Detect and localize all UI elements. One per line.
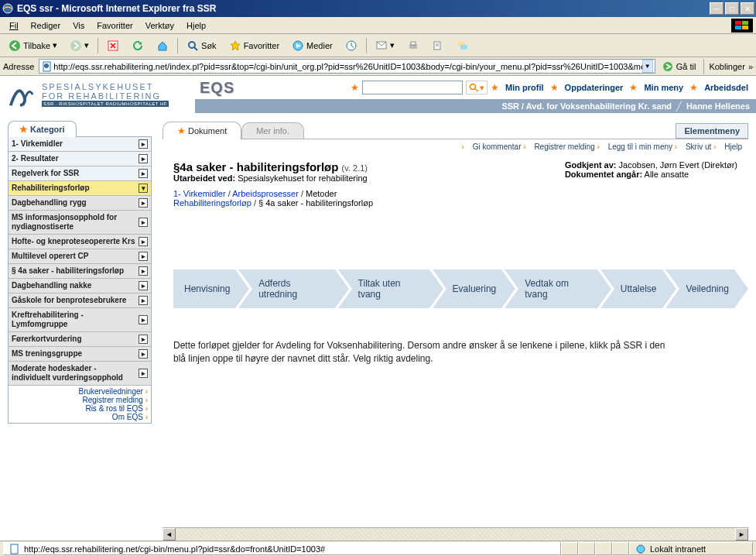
- menu-fil[interactable]: Fil: [3, 19, 25, 32]
- koblinger-label[interactable]: Koblinger: [709, 62, 744, 71]
- address-label: Adresse: [3, 62, 36, 71]
- maximize-button[interactable]: □: [725, 2, 739, 15]
- crumb-rehab[interactable]: Rehabiliteringsforløp: [173, 198, 251, 208]
- go-button[interactable]: Gå til: [659, 59, 700, 74]
- addressbar: Adresse ▼ Gå til Koblinger »: [0, 57, 756, 76]
- history-button[interactable]: [340, 36, 363, 55]
- doc-title: §4a saker - habiliteringsforløp (v. 2.1): [173, 160, 368, 173]
- edit-button[interactable]: [426, 36, 450, 55]
- page-icon: [9, 543, 21, 555]
- menu-verktoy[interactable]: Verktøy: [139, 19, 180, 32]
- crumb-current: § 4a saker - habiliteringsforløp: [258, 198, 373, 208]
- sidebar-link[interactable]: Ris & ros til EQS ›: [12, 404, 148, 413]
- flow-step[interactable]: Vedtak om tvang: [505, 269, 597, 308]
- sidebar-item[interactable]: Rehabiliteringsforløp▾: [9, 181, 151, 196]
- home-button[interactable]: [151, 36, 174, 55]
- chevron-icon: ▸: [139, 266, 148, 276]
- chevron-icon: ▸: [139, 198, 148, 208]
- tab-merinfo[interactable]: Mer info.: [241, 122, 304, 139]
- sidebar-item[interactable]: 1- Virkemidler▸: [9, 137, 151, 152]
- discuss-button[interactable]: [451, 36, 474, 55]
- horizontal-scrollbar[interactable]: ◄ ►: [162, 527, 748, 541]
- sidebar-item-label: § 4a saker - habiliteringsforløp: [12, 266, 124, 276]
- tab-dokument[interactable]: ★ Dokument: [162, 122, 241, 139]
- minimize-button[interactable]: ─: [710, 2, 724, 15]
- menu-vis[interactable]: Vis: [67, 19, 91, 32]
- link-min-meny[interactable]: Min meny: [641, 83, 686, 92]
- action-hjelp[interactable]: Hjelp: [724, 142, 742, 151]
- svg-rect-16: [460, 45, 467, 50]
- elementmeny-button[interactable]: Elementmeny: [676, 123, 748, 139]
- link-arbeidsdel[interactable]: Arbeidsdel: [701, 83, 751, 92]
- search-input[interactable]: [362, 81, 463, 94]
- chevron-icon: ▸: [139, 139, 148, 149]
- koblinger-chevron-icon[interactable]: »: [748, 62, 753, 71]
- flow-step[interactable]: Henvisning: [173, 269, 235, 308]
- svg-point-6: [70, 40, 81, 51]
- scroll-left-button[interactable]: ◄: [162, 528, 176, 541]
- mail-button[interactable]: ▾: [370, 36, 400, 55]
- sidebar-item-label: Rehabiliteringsforløp: [12, 184, 90, 193]
- stop-button[interactable]: [101, 36, 125, 55]
- sidebar-item-label: MS informasjonsopphold for nydiagnostise…: [12, 213, 135, 232]
- menu-favoritter[interactable]: Favoritter: [91, 19, 139, 32]
- scroll-track[interactable]: [176, 528, 735, 541]
- sidebar-item[interactable]: Førerkortvurdering▸: [9, 332, 151, 347]
- crumb-arbeidsprosesser[interactable]: Arbeidsprosesser: [232, 189, 299, 198]
- crumb-virkemidler[interactable]: 1- Virkemidler: [173, 189, 226, 198]
- sidebar-item[interactable]: MS treningsgruppe▸: [9, 347, 151, 362]
- refresh-button[interactable]: [126, 36, 149, 55]
- chevron-icon: ▸: [139, 154, 148, 163]
- action-kommentar[interactable]: Gi kommentar: [473, 142, 522, 151]
- refresh-icon: [132, 39, 144, 52]
- sidebar-item-label: 2- Resultater: [12, 154, 59, 163]
- back-button[interactable]: Tilbake ▾: [3, 36, 63, 55]
- sidebar-item-label: MS treningsgruppe: [12, 349, 82, 359]
- angaar-value: Alle ansatte: [645, 170, 689, 179]
- chevron-icon: ▸: [139, 218, 148, 227]
- sidebar-item[interactable]: Kreftrehabilitering - Lymfomgruppe▸: [9, 308, 151, 332]
- sidebar-item[interactable]: 2- Resultater▸: [9, 152, 151, 166]
- sidebar-item[interactable]: Gåskole for benprotesebrukere▸: [9, 293, 151, 308]
- action-registrer[interactable]: Registrer melding: [534, 142, 594, 151]
- sidebar-item[interactable]: Dagbehandling nakke▸: [9, 279, 151, 293]
- menu-rediger[interactable]: Rediger: [25, 19, 67, 32]
- print-button[interactable]: [402, 36, 425, 55]
- url-box[interactable]: ▼: [39, 59, 655, 74]
- history-icon: [345, 39, 357, 52]
- sidebar-item[interactable]: Multilevel operert CP▸: [9, 249, 151, 264]
- sidebar-item[interactable]: Hofte- og kneproteseopererte Krs▸: [9, 235, 151, 249]
- forward-button[interactable]: ▾: [64, 36, 94, 55]
- link-min-profil[interactable]: Min profil: [502, 83, 547, 92]
- sidebar-item[interactable]: § 4a saker - habiliteringsforløp▸: [9, 264, 151, 279]
- sidebar-tab[interactable]: ★ Kategori: [8, 121, 77, 137]
- action-skrivut[interactable]: Skriv ut: [686, 142, 711, 151]
- sidebar-item[interactable]: MS informasjonsopphold for nydiagnostise…: [9, 211, 151, 235]
- search-go-button[interactable]: ▾: [466, 81, 487, 94]
- favorites-button[interactable]: Favoritter: [224, 36, 285, 55]
- sidebar-item[interactable]: Regelverk for SSR▸: [9, 166, 151, 181]
- close-button[interactable]: ✕: [741, 2, 754, 15]
- url-input[interactable]: [53, 62, 641, 71]
- sidebar-link[interactable]: Registrer melding ›: [12, 396, 148, 404]
- status-zone: Lokalt intranett: [629, 542, 753, 555]
- flow-step[interactable]: Adferds utredning: [238, 269, 334, 308]
- menubar: Fil Rediger Vis Favoritter Verktøy Hjelp: [0, 17, 756, 34]
- link-oppdateringer[interactable]: Oppdateringer: [562, 83, 627, 92]
- flow-step[interactable]: Tiltak uten tvang: [338, 269, 429, 308]
- menu-hjelp[interactable]: Hjelp: [180, 19, 212, 32]
- url-dropdown[interactable]: ▼: [642, 60, 653, 73]
- statusbar: http://eqs.ssr.rehabilitering.net/cgi-bi…: [0, 541, 756, 556]
- search-button[interactable]: Søk: [181, 36, 222, 55]
- status-url: http://eqs.ssr.rehabilitering.net/cgi-bi…: [3, 542, 561, 555]
- media-button[interactable]: Medier: [286, 36, 338, 55]
- scroll-right-button[interactable]: ►: [735, 528, 748, 541]
- breadcrumb: 1- Virkemidler / Arbeidsprosesser / Meto…: [173, 189, 737, 208]
- sidebar-item[interactable]: Dagbehandling rygg▸: [9, 196, 151, 211]
- sidebar-item[interactable]: Moderate hodeskader - individuelt vurder…: [9, 362, 151, 386]
- action-leggtil[interactable]: Legg til i min meny: [608, 142, 672, 151]
- sidebar-link[interactable]: Om EQS ›: [12, 413, 148, 421]
- ie-icon: [2, 2, 14, 15]
- toolbar: Tilbake ▾ ▾ Søk Favoritter Medier ▾: [0, 34, 756, 57]
- sidebar-link[interactable]: Brukerveiledninger ›: [12, 387, 148, 396]
